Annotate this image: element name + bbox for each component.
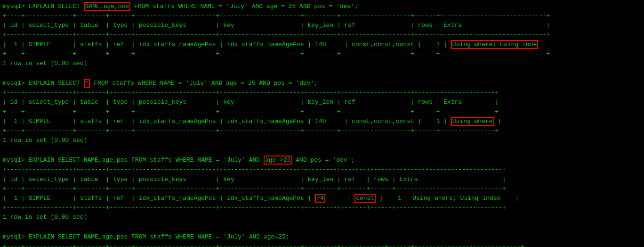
block3-sep1: +----+-------------+--------+------+----…	[3, 165, 641, 174]
block3-sep3: +----+-------------+--------+------+----…	[3, 203, 641, 213]
block2-header: | id | select_type | table | type | poss…	[3, 98, 641, 107]
block4: mysql> EXPLAIN SELECT NAME,age,pos FROM …	[3, 232, 641, 247]
block2: mysql> EXPLAIN SELECT * FROM staffs WHER…	[3, 79, 641, 145]
block1-row: | 1 | SIMPLE | staffs | ref | idx_staffs…	[3, 40, 641, 49]
block4-sep1: +----+-------------+--------+------+----…	[3, 242, 641, 247]
block3-sep2: +----+-------------+--------+------+----…	[3, 184, 641, 194]
blank3	[3, 223, 641, 232]
block3-rowcount: 1 row in set (0.00 sec)	[3, 213, 641, 222]
block3-ref-highlight: const	[354, 194, 376, 203]
terminal: mysql> EXPLAIN SELECT NAME,age,pos FROM …	[0, 0, 644, 247]
block2-sep2: +----+-------------+--------+------+----…	[3, 107, 641, 117]
block1-sep1: +----+-------------+--------+------+----…	[3, 11, 641, 21]
blank1	[3, 69, 641, 79]
block2-prompt: mysql> EXPLAIN SELECT * FROM staffs WHER…	[3, 79, 641, 88]
block1-extra-highlight: Using where; Using inde	[451, 40, 538, 49]
block3-header: | id | select_type | table | type | poss…	[3, 175, 641, 184]
block1-highlight-select: NAME,age,pos	[84, 2, 131, 11]
block3-row: | 1 | SIMPLE | staffs | ref | idx_staffs…	[3, 194, 641, 203]
block1-rowcount: 1 row in set (0.00 sec)	[3, 59, 641, 68]
block1-header: | id | select_type | table | type | poss…	[3, 21, 641, 30]
block1-sep3: +----+-------------+--------+------+----…	[3, 49, 641, 59]
block3: mysql> EXPLAIN SELECT NAME,age,pos FROM …	[3, 156, 641, 222]
block2-row: | 1 | SIMPLE | staffs | ref | idx_staffs…	[3, 117, 641, 126]
block2-sep1: +----+-------------+--------+------+----…	[3, 88, 641, 98]
blank2	[3, 146, 641, 156]
block3-keylen-highlight: 74	[315, 194, 325, 203]
block3-highlight-age: age >25	[264, 156, 292, 165]
block2-extra-highlight: Using where	[451, 117, 494, 126]
block1-prompt: mysql> EXPLAIN SELECT NAME,age,pos FROM …	[3, 2, 641, 11]
block2-highlight-select: *	[84, 79, 90, 88]
block2-sep3: +----+-------------+--------+------+----…	[3, 126, 641, 136]
block2-rowcount: 1 row in set (0.00 sec)	[3, 136, 641, 145]
block3-prompt: mysql> EXPLAIN SELECT NAME,age,pos FROM …	[3, 156, 641, 165]
block1-sep2: +----+-------------+--------+------+----…	[3, 30, 641, 40]
block1: mysql> EXPLAIN SELECT NAME,age,pos FROM …	[3, 2, 641, 68]
block4-prompt: mysql> EXPLAIN SELECT NAME,age,pos FROM …	[3, 232, 641, 242]
